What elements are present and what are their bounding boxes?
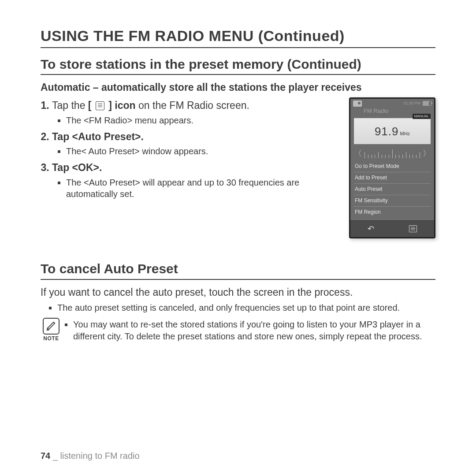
device-status-bar: 01:35 PM <box>350 99 434 108</box>
radio-icon <box>353 100 362 107</box>
step-1-icon-word: icon <box>115 100 135 111</box>
back-icon[interactable]: ↶ <box>368 224 374 234</box>
list-icon[interactable] <box>409 225 417 232</box>
menu-lines-icon <box>96 101 104 110</box>
note-label: NOTE <box>43 335 59 342</box>
step-3: Tap <OK>. The <Auto Preset> will appear … <box>52 161 340 200</box>
section-cancel-heading: To cancel Auto Preset <box>41 260 435 280</box>
chevron-left-icon[interactable]: 〈 <box>354 149 362 157</box>
frequency-panel: MANUAL 91.9MHz <box>354 118 431 144</box>
page-number: 74 <box>41 451 50 461</box>
note-pencil-icon <box>43 318 60 335</box>
frequency-value: 91.9 <box>375 125 399 138</box>
device-menu-item[interactable]: FM Region <box>354 207 431 218</box>
cancel-body: If you want to cancel the auto preset, t… <box>41 286 435 299</box>
step-2: Tap <Auto Preset>. The< Auto Preset> win… <box>52 130 340 157</box>
step-2-b: <Auto Preset> <box>72 131 141 142</box>
manual-tag: MANUAL <box>413 114 431 119</box>
step-3-a: Tap <box>52 162 72 173</box>
device-menu-item[interactable]: Go to Preset Mode <box>354 161 431 172</box>
step-1: Tap the [ ] icon on the FM Radio screen.… <box>52 99 340 126</box>
device-menu-list: Go to Preset Mode Add to Preset Auto Pre… <box>354 161 431 218</box>
note-text: You may want to re-set the stored statio… <box>73 319 435 342</box>
section-store-heading: To store stations in the preset memory (… <box>41 56 435 75</box>
step-1-sub: The <FM Radio> menu appears. <box>66 115 340 126</box>
tuning-dial-row: 〈 〉 <box>354 149 431 158</box>
steps-list: Tap the [ ] icon on the FM Radio screen.… <box>41 99 340 200</box>
chevron-right-icon[interactable]: 〉 <box>423 149 431 157</box>
device-menu-item[interactable]: Auto Preset <box>354 184 431 195</box>
battery-icon <box>423 101 431 106</box>
step-2-sub: The< Auto Preset> window appears. <box>66 145 340 157</box>
device-bottom-bar: ↶ <box>350 220 434 238</box>
step-3-c: . <box>99 162 102 173</box>
note-badge: NOTE <box>41 318 62 342</box>
step-3-sub: The <Auto Preset> will appear and up to … <box>66 177 340 200</box>
footer-sep: _ <box>50 451 60 461</box>
cancel-sub: The auto preset setting is canceled, and… <box>57 302 435 313</box>
step-2-c: . <box>141 131 144 142</box>
step-1-bracket-open: [ <box>88 100 92 111</box>
step-2-a: Tap <box>52 131 72 142</box>
device-mockup: 01:35 PM FM Radio MANUAL 91.9MHz 〈 〉 Go … <box>349 97 435 238</box>
tuning-dial <box>364 149 420 158</box>
step-3-b: <OK> <box>72 162 99 173</box>
step-1-post: on the FM Radio screen. <box>136 100 249 111</box>
frequency-unit: MHz <box>400 131 410 136</box>
device-menu-item[interactable]: FM Sensitivity <box>354 195 431 207</box>
page-footer: 74 _ listening to FM radio <box>41 451 140 461</box>
device-time: 01:35 PM <box>403 101 420 106</box>
device-menu-item[interactable]: Add to Preset <box>354 172 431 184</box>
step-1-bracket-close: ] <box>108 100 112 111</box>
page-title: USING THE FM RADIO MENU (Continued) <box>41 26 435 48</box>
footer-chapter: listening to FM radio <box>60 451 140 461</box>
step-1-pre: Tap the <box>52 100 88 111</box>
mode-line: Automatic – automatically store all the … <box>41 81 435 94</box>
